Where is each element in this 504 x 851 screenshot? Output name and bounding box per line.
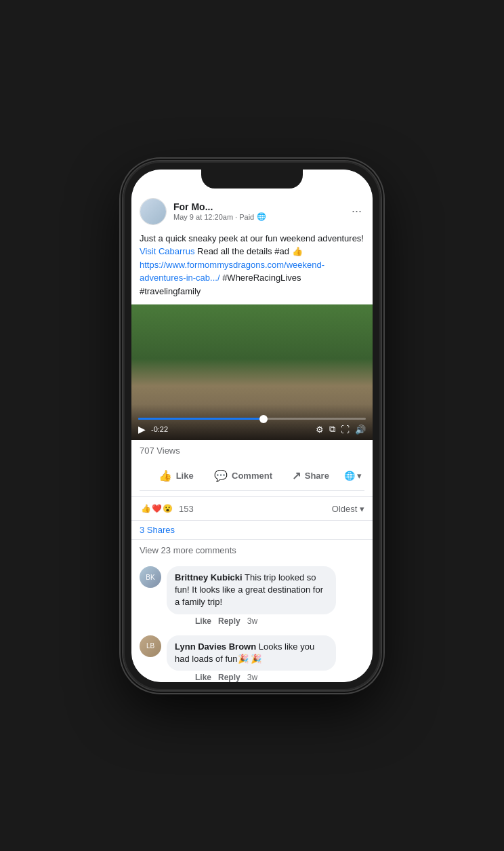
notch bbox=[201, 170, 303, 189]
post-card-1: For Mo... May 9 at 12:20am · Paid 🌐 ··· … bbox=[131, 170, 373, 682]
comment-label: Comment bbox=[232, 471, 272, 481]
wow-emoji: 😮 bbox=[161, 502, 173, 515]
play-button[interactable]: ▶ bbox=[138, 424, 146, 435]
comment2-avatar: LB bbox=[140, 635, 161, 657]
comment2-name[interactable]: Lynn Davies Brown bbox=[175, 641, 256, 652]
comment2-actions: Like Reply 3w bbox=[195, 673, 364, 682]
controls-left: ▶ -0:22 bbox=[138, 424, 168, 435]
chevron-down-icon: ▾ bbox=[357, 471, 362, 481]
share-button[interactable]: ↗ Share bbox=[277, 464, 344, 488]
globe-button[interactable]: 🌐 ▾ bbox=[344, 471, 362, 481]
reaction-emojis: 👍 ❤️ 😮 153 bbox=[140, 502, 194, 515]
like-label: Like bbox=[176, 471, 194, 481]
comment1-avatar: BK bbox=[140, 566, 161, 588]
post1-header: For Mo... May 9 at 12:20am · Paid 🌐 ··· bbox=[131, 191, 373, 229]
comment-icon: 💬 bbox=[214, 469, 228, 482]
comment2-reply-button[interactable]: Reply bbox=[218, 673, 240, 682]
like-button[interactable]: 👍 Like bbox=[142, 464, 209, 488]
comment2-bubble: Lynn Davies Brown Looks like you had loa… bbox=[167, 635, 336, 671]
screen-content[interactable]: For Mo... May 9 at 12:20am · Paid 🌐 ··· … bbox=[131, 170, 373, 682]
views-count: 707 Views bbox=[140, 446, 364, 456]
comment1-content: Brittney Kubicki This trip looked so fun… bbox=[161, 566, 364, 629]
shares-row[interactable]: 3 Shares bbox=[131, 521, 373, 540]
video-controls: ▶ -0:22 ⚙ ⧉ ⛶ 🔊 bbox=[131, 404, 373, 440]
comment-section: BK Brittney Kubicki This trip looked so … bbox=[131, 561, 373, 682]
post1-url[interactable]: https://www.formommysdragons.com/weekend… bbox=[140, 260, 324, 283]
settings-icon[interactable]: ⚙ bbox=[316, 424, 324, 435]
post1-avatar bbox=[140, 198, 167, 225]
reactions-row: 👍 ❤️ 😮 153 Oldest ▾ bbox=[131, 497, 373, 521]
progress-fill bbox=[138, 418, 264, 420]
phone-screen: For Mo... May 9 at 12:20am · Paid 🌐 ··· … bbox=[131, 170, 373, 682]
progress-thumb bbox=[259, 415, 268, 423]
globe-icon: 🌐 bbox=[257, 212, 266, 221]
action-bar: 👍 Like 💬 Comment ↗ Share 🌐 bbox=[140, 461, 364, 491]
post1-link[interactable]: Visit Cabarrus bbox=[140, 246, 194, 256]
share-icon: ↗ bbox=[292, 469, 301, 482]
comment2-avatar-image: LB bbox=[140, 635, 161, 657]
progress-bar[interactable] bbox=[138, 418, 366, 420]
like-icon: 👍 bbox=[159, 469, 172, 482]
share-label: Share bbox=[305, 471, 329, 481]
comment-2: LB Lynn Davies Brown Looks like you had … bbox=[140, 635, 364, 682]
comment1-name[interactable]: Brittney Kubicki bbox=[175, 572, 243, 582]
comment1-avatar-image: BK bbox=[140, 566, 161, 588]
phone-frame: For Mo... May 9 at 12:20am · Paid 🌐 ··· … bbox=[123, 161, 381, 690]
volume-icon[interactable]: 🔊 bbox=[355, 424, 366, 435]
post1-avatar-image bbox=[140, 199, 166, 224]
controls-right: ⚙ ⧉ ⛶ 🔊 bbox=[316, 424, 366, 435]
comment1-bubble: Brittney Kubicki This trip looked so fun… bbox=[167, 566, 336, 614]
comment1-actions: Like Reply 3w bbox=[195, 616, 364, 626]
post1-meta: For Mo... May 9 at 12:20am · Paid 🌐 bbox=[173, 201, 349, 221]
globe-icon-btn: 🌐 bbox=[344, 471, 355, 481]
post1-stats: 707 Views 👍 Like 💬 Comment ↗ bbox=[131, 440, 373, 497]
oldest-button[interactable]: Oldest ▾ bbox=[332, 504, 364, 514]
time-display: -0:22 bbox=[151, 425, 168, 433]
reaction-count: 153 bbox=[179, 504, 194, 514]
post1-video[interactable]: ▶ -0:22 ⚙ ⧉ ⛶ 🔊 bbox=[131, 304, 373, 440]
post1-page-name[interactable]: For Mo... bbox=[173, 201, 349, 212]
comment-button[interactable]: 💬 Comment bbox=[209, 464, 276, 488]
view-more-comments[interactable]: View 23 more comments bbox=[131, 540, 373, 561]
fullscreen-icon[interactable]: ⛶ bbox=[341, 424, 350, 435]
comment1-time: 3w bbox=[247, 616, 257, 626]
post1-text: Just a quick sneaky peek at our fun week… bbox=[131, 229, 373, 305]
post1-time: May 9 at 12:20am · Paid 🌐 bbox=[173, 212, 349, 221]
controls-row: ▶ -0:22 ⚙ ⧉ ⛶ 🔊 bbox=[138, 424, 366, 435]
comment-1: BK Brittney Kubicki This trip looked so … bbox=[140, 566, 364, 629]
pip-icon[interactable]: ⧉ bbox=[329, 424, 335, 435]
comment1-like-button[interactable]: Like bbox=[195, 616, 211, 626]
comment2-time: 3w bbox=[247, 673, 257, 682]
comment1-reply-button[interactable]: Reply bbox=[218, 616, 240, 626]
comment2-content: Lynn Davies Brown Looks like you had loa… bbox=[161, 635, 364, 682]
comment2-like-button[interactable]: Like bbox=[195, 673, 211, 682]
post1-more-button[interactable]: ··· bbox=[349, 201, 364, 221]
